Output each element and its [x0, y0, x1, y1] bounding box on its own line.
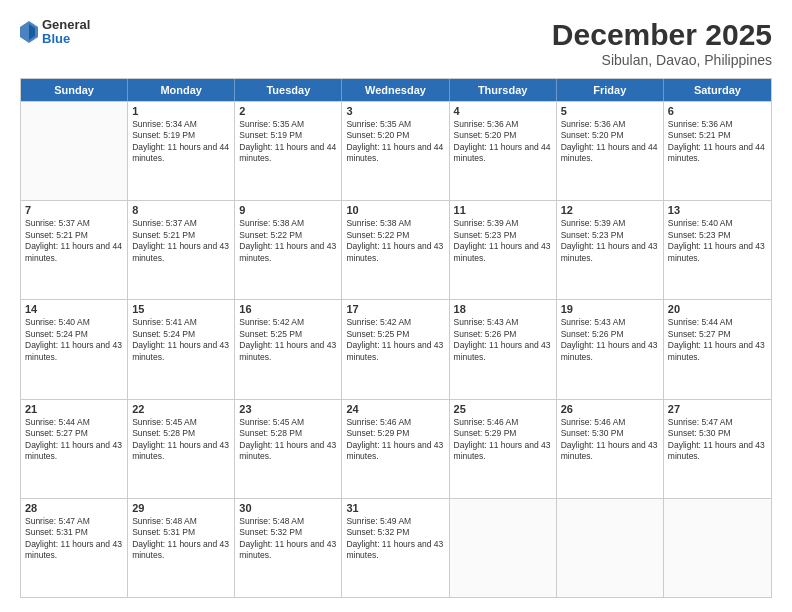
cell-info: Sunrise: 5:49 AM Sunset: 5:32 PM Dayligh…: [346, 516, 444, 562]
cal-cell-4-7: 27Sunrise: 5:47 AM Sunset: 5:30 PM Dayli…: [664, 400, 771, 498]
logo-blue-label: Blue: [42, 32, 90, 46]
cal-cell-1-3: 2Sunrise: 5:35 AM Sunset: 5:19 PM Daylig…: [235, 102, 342, 200]
cal-cell-2-7: 13Sunrise: 5:40 AM Sunset: 5:23 PM Dayli…: [664, 201, 771, 299]
calendar-title: December 2025: [552, 18, 772, 52]
day-number: 13: [668, 204, 767, 216]
cal-cell-5-5: [450, 499, 557, 597]
day-number: 26: [561, 403, 659, 415]
cell-info: Sunrise: 5:39 AM Sunset: 5:23 PM Dayligh…: [561, 218, 659, 264]
day-number: 23: [239, 403, 337, 415]
cal-cell-3-5: 18Sunrise: 5:43 AM Sunset: 5:26 PM Dayli…: [450, 300, 557, 398]
calendar-row-3: 14Sunrise: 5:40 AM Sunset: 5:24 PM Dayli…: [21, 299, 771, 398]
cal-cell-4-3: 23Sunrise: 5:45 AM Sunset: 5:28 PM Dayli…: [235, 400, 342, 498]
cal-cell-1-1: [21, 102, 128, 200]
day-number: 27: [668, 403, 767, 415]
cal-cell-5-1: 28Sunrise: 5:47 AM Sunset: 5:31 PM Dayli…: [21, 499, 128, 597]
day-number: 20: [668, 303, 767, 315]
day-number: 15: [132, 303, 230, 315]
day-number: 16: [239, 303, 337, 315]
title-section: December 2025 Sibulan, Davao, Philippine…: [552, 18, 772, 68]
header: General Blue December 2025 Sibulan, Dava…: [20, 18, 772, 68]
cell-info: Sunrise: 5:40 AM Sunset: 5:23 PM Dayligh…: [668, 218, 767, 264]
cell-info: Sunrise: 5:45 AM Sunset: 5:28 PM Dayligh…: [239, 417, 337, 463]
cell-info: Sunrise: 5:44 AM Sunset: 5:27 PM Dayligh…: [25, 417, 123, 463]
cal-cell-4-4: 24Sunrise: 5:46 AM Sunset: 5:29 PM Dayli…: [342, 400, 449, 498]
header-tuesday: Tuesday: [235, 79, 342, 101]
day-number: 19: [561, 303, 659, 315]
cal-cell-2-5: 11Sunrise: 5:39 AM Sunset: 5:23 PM Dayli…: [450, 201, 557, 299]
cell-info: Sunrise: 5:36 AM Sunset: 5:20 PM Dayligh…: [454, 119, 552, 165]
cell-info: Sunrise: 5:38 AM Sunset: 5:22 PM Dayligh…: [239, 218, 337, 264]
cell-info: Sunrise: 5:38 AM Sunset: 5:22 PM Dayligh…: [346, 218, 444, 264]
cal-cell-2-6: 12Sunrise: 5:39 AM Sunset: 5:23 PM Dayli…: [557, 201, 664, 299]
day-number: 6: [668, 105, 767, 117]
cal-cell-1-2: 1Sunrise: 5:34 AM Sunset: 5:19 PM Daylig…: [128, 102, 235, 200]
day-number: 25: [454, 403, 552, 415]
cal-cell-3-7: 20Sunrise: 5:44 AM Sunset: 5:27 PM Dayli…: [664, 300, 771, 398]
day-number: 31: [346, 502, 444, 514]
cell-info: Sunrise: 5:46 AM Sunset: 5:29 PM Dayligh…: [454, 417, 552, 463]
cell-info: Sunrise: 5:43 AM Sunset: 5:26 PM Dayligh…: [561, 317, 659, 363]
cell-info: Sunrise: 5:41 AM Sunset: 5:24 PM Dayligh…: [132, 317, 230, 363]
calendar-row-4: 21Sunrise: 5:44 AM Sunset: 5:27 PM Dayli…: [21, 399, 771, 498]
cal-cell-2-3: 9Sunrise: 5:38 AM Sunset: 5:22 PM Daylig…: [235, 201, 342, 299]
day-number: 21: [25, 403, 123, 415]
day-number: 5: [561, 105, 659, 117]
cal-cell-2-2: 8Sunrise: 5:37 AM Sunset: 5:21 PM Daylig…: [128, 201, 235, 299]
cell-info: Sunrise: 5:40 AM Sunset: 5:24 PM Dayligh…: [25, 317, 123, 363]
day-number: 18: [454, 303, 552, 315]
header-monday: Monday: [128, 79, 235, 101]
cell-info: Sunrise: 5:44 AM Sunset: 5:27 PM Dayligh…: [668, 317, 767, 363]
cell-info: Sunrise: 5:48 AM Sunset: 5:31 PM Dayligh…: [132, 516, 230, 562]
cal-cell-4-2: 22Sunrise: 5:45 AM Sunset: 5:28 PM Dayli…: [128, 400, 235, 498]
cell-info: Sunrise: 5:46 AM Sunset: 5:29 PM Dayligh…: [346, 417, 444, 463]
cell-info: Sunrise: 5:35 AM Sunset: 5:20 PM Dayligh…: [346, 119, 444, 165]
calendar-row-5: 28Sunrise: 5:47 AM Sunset: 5:31 PM Dayli…: [21, 498, 771, 597]
calendar-body: 1Sunrise: 5:34 AM Sunset: 5:19 PM Daylig…: [21, 101, 771, 597]
calendar-row-1: 1Sunrise: 5:34 AM Sunset: 5:19 PM Daylig…: [21, 101, 771, 200]
cal-cell-5-2: 29Sunrise: 5:48 AM Sunset: 5:31 PM Dayli…: [128, 499, 235, 597]
cal-cell-4-1: 21Sunrise: 5:44 AM Sunset: 5:27 PM Dayli…: [21, 400, 128, 498]
cal-cell-2-4: 10Sunrise: 5:38 AM Sunset: 5:22 PM Dayli…: [342, 201, 449, 299]
cell-info: Sunrise: 5:37 AM Sunset: 5:21 PM Dayligh…: [132, 218, 230, 264]
cell-info: Sunrise: 5:47 AM Sunset: 5:30 PM Dayligh…: [668, 417, 767, 463]
header-sunday: Sunday: [21, 79, 128, 101]
cal-cell-5-7: [664, 499, 771, 597]
cal-cell-4-5: 25Sunrise: 5:46 AM Sunset: 5:29 PM Dayli…: [450, 400, 557, 498]
day-number: 28: [25, 502, 123, 514]
cal-cell-5-4: 31Sunrise: 5:49 AM Sunset: 5:32 PM Dayli…: [342, 499, 449, 597]
cell-info: Sunrise: 5:36 AM Sunset: 5:21 PM Dayligh…: [668, 119, 767, 165]
cell-info: Sunrise: 5:37 AM Sunset: 5:21 PM Dayligh…: [25, 218, 123, 264]
header-saturday: Saturday: [664, 79, 771, 101]
header-wednesday: Wednesday: [342, 79, 449, 101]
day-number: 17: [346, 303, 444, 315]
day-number: 24: [346, 403, 444, 415]
cal-cell-3-3: 16Sunrise: 5:42 AM Sunset: 5:25 PM Dayli…: [235, 300, 342, 398]
day-number: 3: [346, 105, 444, 117]
cell-info: Sunrise: 5:42 AM Sunset: 5:25 PM Dayligh…: [239, 317, 337, 363]
cell-info: Sunrise: 5:46 AM Sunset: 5:30 PM Dayligh…: [561, 417, 659, 463]
cal-cell-2-1: 7Sunrise: 5:37 AM Sunset: 5:21 PM Daylig…: [21, 201, 128, 299]
logo: General Blue: [20, 18, 90, 47]
cell-info: Sunrise: 5:36 AM Sunset: 5:20 PM Dayligh…: [561, 119, 659, 165]
day-number: 29: [132, 502, 230, 514]
cal-cell-3-2: 15Sunrise: 5:41 AM Sunset: 5:24 PM Dayli…: [128, 300, 235, 398]
day-number: 22: [132, 403, 230, 415]
cell-info: Sunrise: 5:39 AM Sunset: 5:23 PM Dayligh…: [454, 218, 552, 264]
header-friday: Friday: [557, 79, 664, 101]
logo-text: General Blue: [42, 18, 90, 47]
cal-cell-1-6: 5Sunrise: 5:36 AM Sunset: 5:20 PM Daylig…: [557, 102, 664, 200]
cell-info: Sunrise: 5:34 AM Sunset: 5:19 PM Dayligh…: [132, 119, 230, 165]
cal-cell-5-3: 30Sunrise: 5:48 AM Sunset: 5:32 PM Dayli…: [235, 499, 342, 597]
day-number: 1: [132, 105, 230, 117]
day-number: 8: [132, 204, 230, 216]
cell-info: Sunrise: 5:42 AM Sunset: 5:25 PM Dayligh…: [346, 317, 444, 363]
day-number: 4: [454, 105, 552, 117]
calendar-row-2: 7Sunrise: 5:37 AM Sunset: 5:21 PM Daylig…: [21, 200, 771, 299]
day-number: 2: [239, 105, 337, 117]
cal-cell-1-4: 3Sunrise: 5:35 AM Sunset: 5:20 PM Daylig…: [342, 102, 449, 200]
cell-info: Sunrise: 5:45 AM Sunset: 5:28 PM Dayligh…: [132, 417, 230, 463]
day-number: 11: [454, 204, 552, 216]
cal-cell-3-6: 19Sunrise: 5:43 AM Sunset: 5:26 PM Dayli…: [557, 300, 664, 398]
cell-info: Sunrise: 5:35 AM Sunset: 5:19 PM Dayligh…: [239, 119, 337, 165]
